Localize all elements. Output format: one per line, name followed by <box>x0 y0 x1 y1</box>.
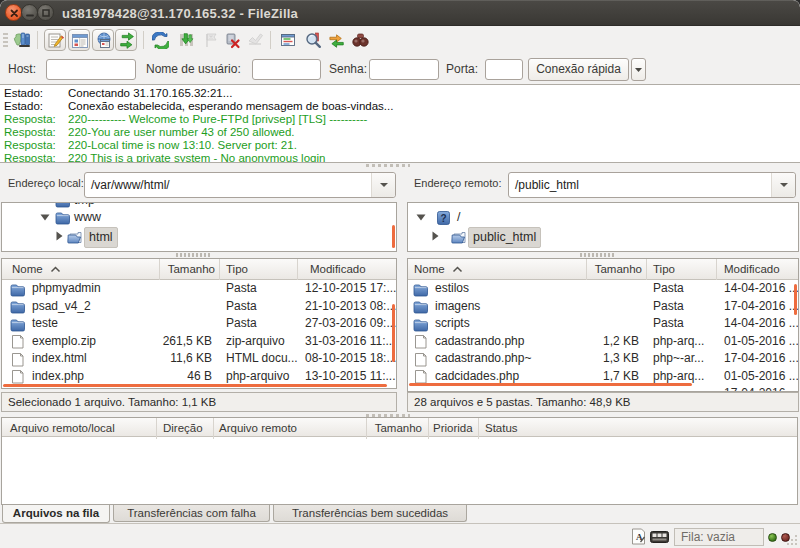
directory-comparison-icon[interactable] <box>305 32 321 48</box>
local-list-hscrollbar[interactable] <box>3 384 387 387</box>
close-button[interactable] <box>5 4 22 21</box>
disconnect-icon[interactable] <box>224 32 240 48</box>
synchronized-browsing-icon[interactable] <box>328 32 344 48</box>
column-header-modified[interactable]: Modificado <box>298 259 396 280</box>
password-input[interactable] <box>369 59 439 80</box>
file-row[interactable]: cadastrando.php 1,2 KB php-arq... 01-05-… <box>408 333 798 351</box>
tree-item-root[interactable]: ? / <box>408 208 798 227</box>
reconnect-icon[interactable] <box>247 32 263 48</box>
file-row[interactable]: index.php 46 B php-arquivo 13-10-2015 11… <box>2 368 396 386</box>
local-file-list[interactable]: Nome Tamanho Tipo Modificado phpmyadmin … <box>1 258 397 389</box>
file-row[interactable]: phpmyadmin Pasta 12-10-2015 17:... <box>2 280 396 298</box>
column-header-status[interactable]: Status <box>479 418 797 439</box>
refresh-icon[interactable] <box>152 32 168 48</box>
speed-limits-icon[interactable] <box>650 531 669 545</box>
queue-status-field: Fila: vazia <box>674 528 764 546</box>
column-header-modified[interactable]: Modificado <box>717 259 798 280</box>
selected-tree-item: public_html <box>468 227 541 248</box>
message-log[interactable]: Estado:Conectando 31.170.165.32:21... Es… <box>0 84 800 163</box>
local-path-combo[interactable]: /var/www/html/ <box>84 172 396 198</box>
host-input[interactable] <box>46 59 136 80</box>
file-row[interactable]: 17-04-2016 ... <box>408 385 798 392</box>
process-queue-icon[interactable] <box>178 32 194 48</box>
log-splitter-handle[interactable] <box>366 164 410 167</box>
folder-icon <box>413 299 429 315</box>
file-row[interactable]: cadastrando.php~ 1,3 KB php~-ar... 17-04… <box>408 350 798 368</box>
toggle-message-log-button[interactable] <box>44 29 66 51</box>
remote-path-value: /public_html <box>515 173 579 197</box>
transfer-type-ascii-icon[interactable]: A <box>631 528 646 547</box>
remote-list-header: Nome Tamanho Tipo Modificado <box>408 259 798 280</box>
column-header-size[interactable]: Tamanho <box>160 259 220 280</box>
find-files-icon[interactable] <box>352 32 368 48</box>
port-input[interactable] <box>485 59 523 80</box>
column-header-priority[interactable]: Priorida <box>429 418 479 439</box>
toolbar-grip[interactable] <box>3 33 8 47</box>
column-header-name[interactable]: Nome <box>2 259 160 280</box>
remote-directory-tree[interactable]: ? / public_html <box>407 202 799 252</box>
tree-item-www[interactable]: www <box>2 208 396 227</box>
local-path-dropdown[interactable] <box>371 173 395 197</box>
remote-list-rows: estilos Pasta 14-04-2016 ... imagens Pas… <box>408 280 798 391</box>
quickconnect-dropdown-button[interactable] <box>631 58 646 81</box>
toggle-queue-button[interactable] <box>115 29 137 51</box>
expander-right-icon[interactable] <box>54 231 64 241</box>
toolbar-separator <box>270 31 271 49</box>
tab-successful-transfers[interactable]: Transferências bem sucedidas <box>273 505 467 522</box>
column-header-size[interactable]: Tamanho <box>587 259 647 280</box>
column-header-remote-file[interactable]: Arquivo remoto <box>214 418 367 439</box>
tab-failed-transfers[interactable]: Transferências com falha <box>113 505 270 522</box>
quickconnect-button[interactable]: Conexão rápida <box>528 58 629 81</box>
tree-item-html[interactable]: html <box>2 227 396 246</box>
file-row[interactable]: estilos Pasta 14-04-2016 ... <box>408 280 798 298</box>
directory-filters-icon[interactable] <box>280 32 296 48</box>
site-manager-icon[interactable] <box>13 32 29 48</box>
file-icon <box>10 352 26 368</box>
local-list-vscrollbar[interactable] <box>392 304 395 362</box>
toggle-remote-tree-button[interactable] <box>92 29 114 51</box>
column-header-direction[interactable]: Direção <box>157 418 214 439</box>
local-path-value: /var/www/html/ <box>91 173 170 197</box>
chevron-down-icon <box>379 182 389 188</box>
file-row[interactable]: imagens Pasta 17-04-2016 ... <box>408 298 798 316</box>
tab-queued-files[interactable]: Arquivos na fila <box>2 505 110 523</box>
file-icon <box>413 334 429 350</box>
local-directory-tree[interactable]: tmp www html <box>1 202 397 252</box>
remote-tree-splitter-handle[interactable] <box>580 253 614 257</box>
port-label: Porta: <box>446 54 478 84</box>
remote-file-list[interactable]: Nome Tamanho Tipo Modificado estilos Pas… <box>407 258 799 392</box>
file-row[interactable]: teste Pasta 27-03-2016 09:... <box>2 315 396 333</box>
status-bar: A Fila: vazia <box>0 523 800 548</box>
file-row[interactable]: scripts Pasta 14-04-2016 ... <box>408 315 798 333</box>
username-input[interactable] <box>252 59 321 80</box>
resize-grip[interactable] <box>786 534 798 546</box>
remote-list-hscrollbar[interactable] <box>409 383 692 386</box>
file-row[interactable]: psad_v4_2 Pasta 21-10-2013 08:... <box>2 298 396 316</box>
local-list-rows: phpmyadmin Pasta 12-10-2015 17:... psad_… <box>2 280 396 388</box>
column-header-type[interactable]: Tipo <box>220 259 298 280</box>
remote-path-dropdown[interactable] <box>771 173 795 197</box>
toggle-local-tree-button[interactable] <box>68 29 90 51</box>
folder-open-icon <box>451 229 467 246</box>
remote-list-status: 28 arquivos e 5 pastas. Tamanho: 48,9 KB <box>407 392 799 412</box>
remote-list-vscrollbar[interactable] <box>794 284 797 315</box>
remote-path-combo[interactable]: /public_html <box>508 172 796 198</box>
title-bar[interactable]: u381978428@31.170.165.32 - FileZilla <box>0 0 800 26</box>
column-header-size[interactable]: Tamanho <box>367 418 429 439</box>
column-header-local-file[interactable]: Arquivo remoto/local <box>2 418 157 439</box>
transfer-queue[interactable]: Arquivo remoto/local Direção Arquivo rem… <box>1 417 798 505</box>
cancel-icon[interactable] <box>203 32 219 48</box>
expander-down-icon[interactable] <box>40 212 50 222</box>
column-header-name[interactable]: Nome <box>408 259 587 280</box>
column-header-type[interactable]: Tipo <box>647 259 717 280</box>
tree-item-public-html[interactable]: public_html <box>408 227 798 246</box>
local-tree-scrollbar[interactable] <box>392 225 395 248</box>
maximize-button[interactable] <box>37 4 54 21</box>
file-row[interactable]: index.html 11,6 KB HTML docu... 08-10-20… <box>2 350 396 368</box>
expander-right-icon[interactable] <box>430 231 440 241</box>
expander-down-icon[interactable] <box>416 212 426 222</box>
file-row[interactable]: exemplo.zip 261,5 KB zip-arquivo 31-03-2… <box>2 333 396 351</box>
sort-asc-icon <box>50 266 61 273</box>
local-tree-splitter-handle[interactable] <box>176 253 210 257</box>
minimize-button[interactable] <box>21 4 38 21</box>
